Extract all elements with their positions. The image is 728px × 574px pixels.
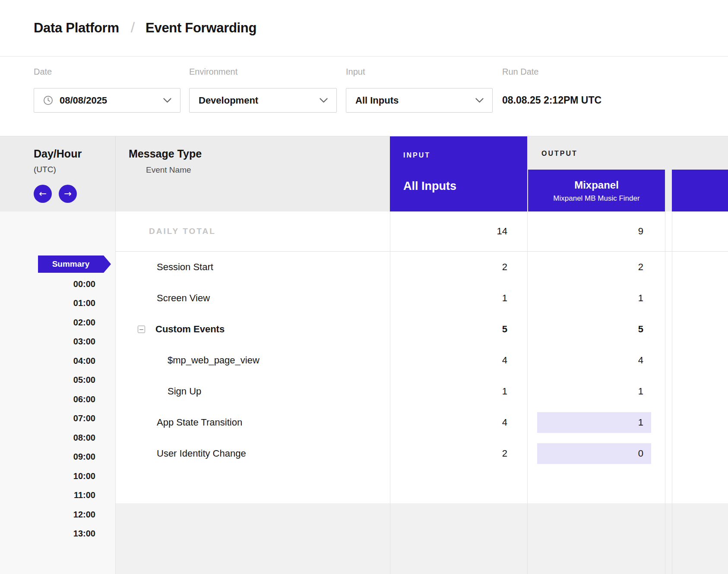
hour-row[interactable]: 08:00 — [0, 428, 115, 448]
daily-total-row: DAILY TOTAL 14 9 — [116, 211, 728, 252]
environment-select[interactable]: Development — [189, 88, 337, 113]
event-name: Custom Events — [155, 314, 225, 345]
arrow-right-icon: → — [64, 189, 72, 199]
daily-total-input: 14 — [390, 211, 507, 251]
hour-row[interactable]: 07:00 — [0, 409, 115, 429]
input-kicker: INPUT — [403, 151, 430, 159]
hour-row[interactable]: 04:00 — [0, 351, 115, 371]
next-day-button[interactable]: → — [59, 185, 77, 203]
input-column-header[interactable]: INPUT All Inputs — [390, 136, 527, 212]
table-row: Screen View 1 1 — [116, 283, 728, 314]
output-count: 5 — [527, 314, 643, 345]
chevron-down-icon — [320, 98, 328, 103]
input-count: 2 — [390, 438, 507, 469]
environment-filter: Environment Development — [189, 57, 337, 136]
output-count: 1 — [527, 283, 643, 314]
column-divider — [672, 211, 672, 574]
input-filter: Input All Inputs — [346, 57, 493, 136]
date-select-value: 08/08/2025 — [60, 95, 107, 106]
filter-bar: Date 08/08/2025 Environment Development — [0, 57, 728, 136]
table-header: Day/Hour (UTC) ← → Message Type Event Na… — [0, 136, 728, 211]
input-count: 5 — [390, 314, 507, 345]
event-name: Screen View — [157, 283, 210, 314]
input-filter-label: Input — [346, 67, 365, 77]
table-row: Session Start 2 2 — [116, 252, 728, 283]
grid-footer — [116, 503, 728, 574]
output-count-highlighted: 1 — [537, 412, 651, 433]
daily-total-label: DAILY TOTAL — [149, 211, 216, 251]
hour-row[interactable]: 01:00 — [0, 294, 115, 313]
event-name: Sign Up — [168, 376, 201, 407]
hour-list: 00:00 01:00 02:00 03:00 04:00 05:00 06:0… — [0, 274, 115, 543]
input-count: 1 — [390, 283, 507, 314]
event-name-subtitle: Event Name — [146, 165, 191, 175]
breadcrumb: Data Platform / Event Forwarding — [0, 0, 728, 57]
hour-row[interactable]: 06:00 — [0, 390, 115, 409]
run-date: Run Date 08.08.25 2:12PM UTC — [502, 57, 675, 136]
daily-total-output: 9 — [527, 211, 643, 251]
input-select-value: All Inputs — [355, 95, 399, 106]
date-filter-label: Date — [34, 67, 52, 77]
input-count: 4 — [390, 345, 507, 376]
chevron-down-icon — [475, 98, 484, 103]
message-type-header: Message Type Event Name — [116, 136, 390, 211]
event-forwarding-page: Data Platform / Event Forwarding Date 08… — [0, 0, 728, 574]
hour-row[interactable]: 09:00 — [0, 448, 115, 467]
breadcrumb-section[interactable]: Data Platform — [34, 20, 119, 36]
table-row: $mp_web_page_view 4 4 — [116, 345, 728, 376]
hour-row[interactable]: 02:00 — [0, 313, 115, 332]
environment-select-value: Development — [199, 95, 258, 106]
arrow-left-icon: ← — [39, 189, 47, 199]
hour-column: Summary 00:00 01:00 02:00 03:00 04:00 05… — [0, 211, 116, 574]
table-row: User Identity Change 2 0 — [116, 438, 728, 469]
hour-row[interactable]: 12:00 — [0, 505, 115, 524]
collapse-minus-icon[interactable]: − — [138, 326, 145, 333]
event-name: App State Transition — [157, 407, 242, 438]
output-count: 2 — [527, 252, 643, 283]
day-nav: ← → — [34, 185, 77, 203]
hour-row[interactable]: 05:00 — [0, 371, 115, 390]
hour-row[interactable]: 10:00 — [0, 467, 115, 486]
output-connection-name: Mixpanel — [574, 179, 619, 191]
chevron-down-icon — [163, 98, 171, 103]
run-date-label: Run Date — [502, 67, 539, 77]
message-type-title: Message Type — [129, 148, 202, 160]
run-date-value: 08.08.25 2:12PM UTC — [502, 88, 601, 113]
event-name: $mp_web_page_view — [168, 345, 260, 376]
output-count-highlighted: 0 — [537, 443, 651, 464]
table-row: Sign Up 1 1 — [116, 376, 728, 407]
breadcrumb-separator: / — [131, 19, 135, 36]
clock-icon — [43, 95, 53, 105]
event-name: User Identity Change — [157, 438, 246, 469]
output-connection-header[interactable]: Mixpanel Mixpanel MB Music Finder — [528, 170, 665, 212]
output-count: 1 — [527, 376, 643, 407]
table-row: App State Transition 4 1 — [116, 407, 728, 438]
output-kicker: OUTPUT — [541, 150, 578, 158]
event-rows: Session Start 2 2 Screen View 1 1 − Cust… — [116, 252, 728, 469]
date-filter: Date 08/08/2025 — [34, 57, 180, 136]
day-hour-subtitle: (UTC) — [34, 165, 56, 174]
event-grid: DAILY TOTAL 14 9 Session Start 2 2 Scree… — [116, 211, 728, 574]
hour-row[interactable]: 13:00 — [0, 524, 115, 544]
input-count: 1 — [390, 376, 507, 407]
page-title: Event Forwarding — [146, 20, 256, 36]
table-row: − Custom Events 5 5 — [116, 314, 728, 345]
prev-day-button[interactable]: ← — [34, 185, 52, 203]
date-select[interactable]: 08/08/2025 — [34, 88, 180, 113]
day-hour-title: Day/Hour — [34, 148, 82, 160]
hour-row[interactable]: 00:00 — [0, 274, 115, 294]
input-column-title: All Inputs — [403, 180, 456, 193]
day-hour-header: Day/Hour (UTC) ← → — [0, 136, 116, 211]
output-count: 4 — [527, 345, 643, 376]
summary-tab[interactable]: Summary — [38, 255, 104, 273]
column-divider — [665, 211, 665, 574]
output-connection-subtitle: Mixpanel MB Music Finder — [553, 194, 639, 203]
hour-row[interactable]: 03:00 — [0, 332, 115, 352]
input-count: 2 — [390, 252, 507, 283]
output-connection-header-partial[interactable] — [672, 170, 728, 212]
input-select[interactable]: All Inputs — [346, 88, 493, 113]
hour-row[interactable]: 11:00 — [0, 486, 115, 505]
input-count: 4 — [390, 407, 507, 438]
environment-filter-label: Environment — [189, 67, 237, 77]
event-name: Session Start — [157, 252, 213, 283]
